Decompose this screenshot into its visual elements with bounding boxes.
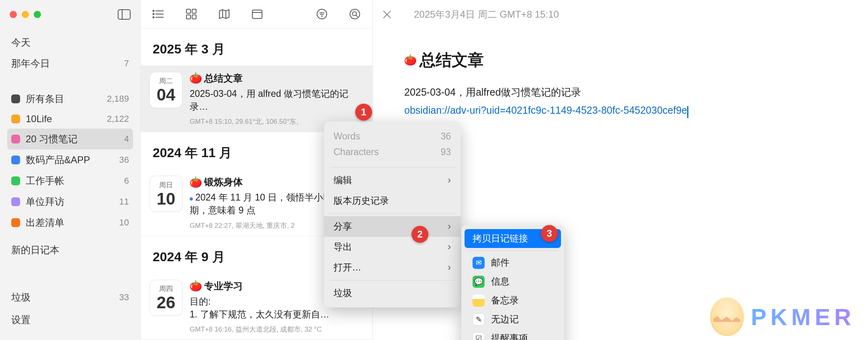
menu-share[interactable]: 分享› bbox=[324, 216, 461, 237]
label: 今天 bbox=[11, 36, 31, 49]
entry-meta: GMT+8 16:16, 益州大道北段, 成都市, 32 °C bbox=[190, 325, 364, 334]
svg-point-7 bbox=[153, 16, 154, 18]
zoom-window[interactable] bbox=[34, 11, 41, 18]
entry-timestamp: 2025年3月4日 周二 GMT+8 15:10 bbox=[414, 8, 559, 21]
svg-rect-14 bbox=[252, 10, 262, 18]
menu-edit[interactable]: 编辑› bbox=[324, 170, 461, 190]
count: 36 bbox=[119, 155, 129, 165]
color-chip bbox=[11, 94, 20, 103]
label: 设置 bbox=[11, 313, 31, 326]
menu-open[interactable]: 打开…› bbox=[324, 257, 461, 278]
entry-link[interactable]: obsidian://adv-uri?uid=4021fc9c-1149-452… bbox=[404, 104, 687, 116]
sidebar-journal[interactable]: 所有条目2,189 bbox=[7, 88, 133, 109]
color-chip bbox=[11, 156, 20, 164]
sidebar-journal[interactable]: 10Life2,122 bbox=[7, 109, 133, 129]
share-freeform[interactable]: ✎无边记 bbox=[465, 310, 561, 329]
sidebar-on-this-day[interactable]: 那年今日7 bbox=[7, 53, 133, 74]
day-of-week: 周日 bbox=[159, 180, 173, 190]
entry-body-text: 2025-03-04，用alfred做习惯笔记的记录 bbox=[404, 86, 837, 99]
color-chip bbox=[11, 197, 20, 206]
count: 10 bbox=[119, 217, 129, 228]
calendar-view-icon[interactable] bbox=[249, 6, 265, 22]
label: 所有条目 bbox=[26, 92, 64, 105]
label: 单位拜访 bbox=[26, 195, 64, 208]
freeform-icon: ✎ bbox=[473, 313, 485, 326]
annotation-badge-3: 3 bbox=[541, 225, 558, 242]
color-chip bbox=[11, 176, 20, 185]
svg-point-21 bbox=[352, 12, 356, 16]
menu-history[interactable]: 版本历史记录 bbox=[324, 190, 461, 211]
share-mail[interactable]: ✉邮件 bbox=[465, 253, 561, 272]
day-number: 10 bbox=[157, 190, 176, 207]
svg-rect-8 bbox=[186, 9, 190, 13]
count: 33 bbox=[119, 292, 129, 303]
minimize-window[interactable] bbox=[22, 11, 29, 18]
svg-line-22 bbox=[356, 15, 358, 17]
close-entry-icon[interactable] bbox=[383, 10, 391, 19]
label: 20 习惯笔记 bbox=[26, 133, 78, 145]
sidebar-journal[interactable]: 出差清单10 bbox=[7, 212, 133, 233]
sidebar-journal[interactable]: 工作手帐6 bbox=[7, 170, 133, 191]
svg-point-20 bbox=[350, 9, 360, 19]
count: 11 bbox=[119, 197, 129, 207]
share-notes[interactable]: 备忘录 bbox=[465, 291, 561, 310]
count: 6 bbox=[124, 176, 129, 186]
list-view-icon[interactable] bbox=[150, 6, 166, 22]
day-of-week: 周四 bbox=[159, 284, 173, 293]
label: 出差清单 bbox=[26, 216, 64, 229]
color-chip bbox=[11, 115, 20, 123]
svg-rect-9 bbox=[192, 9, 196, 13]
label: 工作手帐 bbox=[26, 174, 64, 187]
close-window[interactable] bbox=[10, 11, 17, 18]
watermark-logo bbox=[710, 297, 744, 336]
text-cursor bbox=[687, 106, 688, 118]
mail-icon: ✉ bbox=[473, 257, 485, 269]
sidebar-today[interactable]: 今天 bbox=[7, 32, 133, 53]
tomato-icon: 🍅 bbox=[190, 72, 202, 84]
svg-point-6 bbox=[153, 13, 154, 14]
svg-rect-0 bbox=[118, 10, 130, 19]
chevron-right-icon: › bbox=[448, 221, 451, 232]
watermark: PKMER bbox=[710, 297, 855, 336]
svg-point-5 bbox=[153, 10, 154, 11]
sidebar-settings[interactable]: 设置 bbox=[11, 309, 129, 331]
share-reminders[interactable]: ☑提醒事项 bbox=[465, 329, 561, 340]
stats: Words36 Characters93 bbox=[324, 125, 461, 165]
label: 那年今日 bbox=[11, 57, 50, 70]
count: 7 bbox=[124, 58, 129, 69]
svg-rect-10 bbox=[186, 15, 190, 19]
window-titlebar bbox=[0, 0, 140, 29]
sidebar-journal[interactable]: 数码产品&APP36 bbox=[7, 150, 133, 170]
traffic-lights bbox=[10, 11, 41, 18]
share-submenu: 拷贝日记链接 ✉邮件 💬信息 备忘录 ✎无边记 ☑提醒事项 bbox=[461, 225, 564, 340]
svg-rect-11 bbox=[192, 15, 196, 19]
tomato-icon: 🍅 bbox=[190, 280, 202, 292]
menu-trash[interactable]: 垃圾 bbox=[324, 283, 461, 303]
annotation-badge-1: 1 bbox=[355, 104, 372, 121]
tomato-icon: 🍅 bbox=[404, 54, 416, 66]
filter-icon[interactable] bbox=[314, 6, 330, 22]
label: 数码产品&APP bbox=[26, 154, 90, 166]
count: 4 bbox=[124, 134, 129, 144]
sidebar-journal[interactable]: 单位拜访11 bbox=[7, 191, 133, 212]
tomato-icon: 🍅 bbox=[190, 176, 202, 188]
map-view-icon[interactable] bbox=[216, 6, 232, 22]
day-number: 04 bbox=[157, 86, 176, 103]
sidebar-journal[interactable]: 20 习惯笔记4 bbox=[7, 129, 133, 150]
menu-export[interactable]: 导出› bbox=[324, 237, 461, 257]
color-chip bbox=[11, 218, 20, 227]
count: 2,189 bbox=[107, 94, 129, 104]
sidebar-trash[interactable]: 垃圾33 bbox=[11, 286, 129, 309]
sidebar-new-journal[interactable]: 新的日记本 bbox=[7, 240, 133, 260]
grid-view-icon[interactable] bbox=[183, 6, 199, 22]
color-chip bbox=[11, 135, 20, 143]
toggle-sidebar-icon[interactable] bbox=[118, 9, 131, 20]
main-toolbar: 2025年3月4日 周二 GMT+8 15:10 bbox=[373, 0, 868, 29]
share-messages[interactable]: 💬信息 bbox=[465, 272, 561, 291]
month-header: 2025 年 3 月 bbox=[141, 29, 373, 66]
entry-title: 🍅总结文章 bbox=[404, 49, 837, 71]
chevron-right-icon: › bbox=[448, 262, 451, 273]
date-box: 周二 04 bbox=[149, 72, 182, 108]
label: 垃圾 bbox=[11, 291, 31, 304]
search-icon[interactable] bbox=[347, 6, 363, 22]
